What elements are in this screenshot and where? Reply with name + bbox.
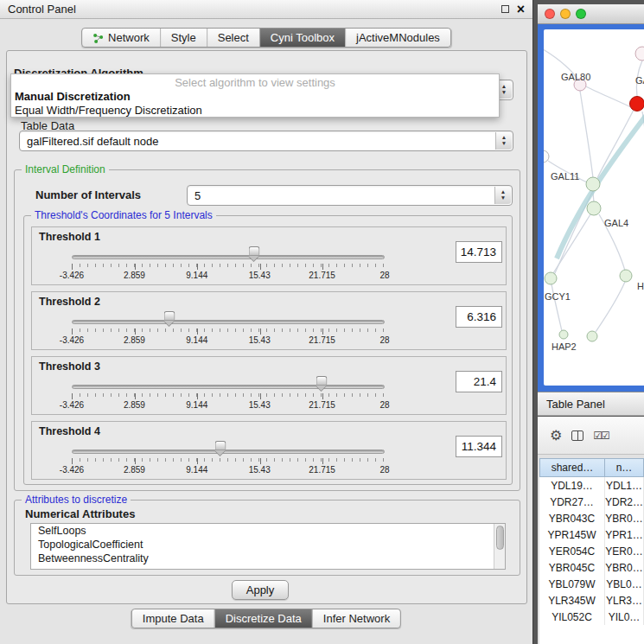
interval-definition-title: Interval Definition xyxy=(22,163,109,175)
table-data-combobox[interactable]: galFiltered.sif default node ▲▼ xyxy=(19,131,513,151)
slider-ticks xyxy=(72,458,385,464)
dropdown-option-equal-width[interactable]: Equal Width/Frequency Discretization xyxy=(11,104,499,118)
tab-label: Infer Network xyxy=(323,612,390,625)
table-panel-titlebar: Table Panel xyxy=(538,392,644,416)
list-item[interactable]: SelfLoops xyxy=(31,524,505,538)
threshold-1-panel: Threshold 1 -3.426 2.859 9.144 15.43 21.… xyxy=(31,226,507,285)
node-gal4[interactable] xyxy=(587,201,601,215)
tab-impute-data[interactable]: Impute Data xyxy=(132,609,214,628)
threshold-value-input[interactable]: 11.344 xyxy=(456,436,502,457)
table-header: shared… n… xyxy=(539,458,644,477)
select-all-checkboxes-icon[interactable]: ☑☑ xyxy=(593,430,609,441)
attributes-group: Attributes to discretize Numerical Attri… xyxy=(14,500,520,576)
bottom-tab-bar: Impute Data Discretize Data Infer Networ… xyxy=(131,609,401,628)
column-header-name[interactable]: n… xyxy=(605,458,644,477)
column-header-shared-name[interactable]: shared… xyxy=(539,458,605,477)
columns-icon[interactable] xyxy=(571,430,583,441)
threshold-label: Threshold 1 xyxy=(39,231,100,243)
network-icon xyxy=(92,33,104,43)
highlighted-edge[interactable] xyxy=(557,116,644,258)
threshold-3-panel: Threshold 3 -3.426 2.859 9.144 15.43 21.… xyxy=(31,356,507,415)
network-canvas[interactable]: GAL80 GA GAL11 GAL4 GCY1 H HAP2 xyxy=(544,29,644,386)
tab-jactivemodules[interactable]: jActiveMNodules xyxy=(345,29,450,47)
network-view-window: GAL80 GA GAL11 GAL4 GCY1 H HAP2 xyxy=(538,4,644,392)
node-label: GCY1 xyxy=(545,291,571,302)
tab-network[interactable]: Network xyxy=(82,29,160,47)
cyni-toolbox-panel: Discretization Algorithm ▲▼ Select algor… xyxy=(6,50,527,604)
node-label: H xyxy=(637,281,644,291)
tab-select[interactable]: Select xyxy=(207,29,259,47)
tab-label: Discretize Data xyxy=(226,612,302,625)
zoom-traffic-icon[interactable] xyxy=(576,9,586,19)
tab-label: Select xyxy=(218,31,249,44)
table-row[interactable]: YLR345WYLR3… xyxy=(539,592,644,609)
slider-thumb[interactable] xyxy=(164,311,175,320)
scrollbar-thumb[interactable] xyxy=(496,526,504,550)
tab-label: Network xyxy=(108,31,150,44)
threshold-3-slider[interactable]: -3.426 2.859 9.144 15.43 21.715 28 xyxy=(72,373,388,412)
node[interactable] xyxy=(620,270,632,282)
table-row[interactable]: YPR145WYPR1… xyxy=(539,526,644,543)
threshold-4-slider[interactable]: -3.426 2.859 9.144 15.43 21.715 28 xyxy=(72,437,388,477)
combo-stepper-icon[interactable]: ▲▼ xyxy=(494,187,511,204)
threshold-value-input[interactable]: 21.4 xyxy=(456,371,502,392)
tab-style[interactable]: Style xyxy=(160,29,207,47)
slider-ticks xyxy=(72,328,385,335)
table-row[interactable]: YER054CYER0… xyxy=(539,543,644,559)
top-tab-bar: Network Style Select Cyni Toolbox jActiv… xyxy=(81,28,451,48)
dropdown-option-manual-discretization[interactable]: Manual Discretization xyxy=(11,90,499,104)
close-traffic-icon[interactable] xyxy=(545,9,555,19)
slider-track[interactable] xyxy=(72,450,385,454)
slider-thumb[interactable] xyxy=(215,441,226,450)
table-row[interactable]: YDL19…YDL1… xyxy=(539,477,644,494)
slider-scale: -3.426 2.859 9.144 15.43 21.715 28 xyxy=(72,465,385,475)
slider-thumb[interactable] xyxy=(316,376,328,385)
float-window-icon[interactable] xyxy=(501,5,509,13)
threshold-label: Threshold 3 xyxy=(39,360,100,373)
table-row[interactable]: YBR045CYBR0… xyxy=(539,559,644,576)
table-toolbar: ⚙ ☑☑ xyxy=(538,417,644,455)
control-panel: Control Panel × Network Style Select Cyn… xyxy=(0,0,533,644)
attributes-list[interactable]: SelfLoops TopologicalCoefficient Between… xyxy=(30,523,506,570)
list-item[interactable]: TopologicalCoefficient xyxy=(31,538,505,552)
threshold-label: Threshold 4 xyxy=(39,425,100,437)
close-icon[interactable]: × xyxy=(517,4,525,15)
numerical-attributes-label: Numerical Attributes xyxy=(25,507,135,520)
table-row[interactable]: YBL079WYBL0… xyxy=(539,576,644,592)
list-item[interactable]: BetweennessCentrality xyxy=(31,552,505,565)
node[interactable] xyxy=(587,331,597,341)
node[interactable] xyxy=(635,47,644,61)
list-scrollbar[interactable] xyxy=(494,524,505,569)
table-row[interactable]: YIL052CYIL0… xyxy=(539,609,644,625)
table-panel: ⚙ ☑☑ shared… n… YDL19…YDL1… YDR27…YDR2… … xyxy=(538,417,644,644)
slider-scale: -3.426 2.859 9.144 15.43 21.715 28 xyxy=(72,271,385,281)
tab-label: jActiveMNodules xyxy=(356,31,440,44)
tab-cyni-toolbox[interactable]: Cyni Toolbox xyxy=(259,29,345,47)
table-row[interactable]: YDR27…YDR2… xyxy=(539,494,644,510)
threshold-value-input[interactable]: 6.316 xyxy=(456,306,502,328)
attributes-group-title: Attributes to discretize xyxy=(22,494,131,506)
number-of-intervals-combobox[interactable]: 5 ▲▼ xyxy=(187,185,513,206)
node-gcy1[interactable] xyxy=(545,272,557,284)
node-gal11[interactable] xyxy=(586,177,600,191)
minimize-traffic-icon[interactable] xyxy=(560,9,571,19)
slider-ticks xyxy=(72,264,385,270)
node-selected-red[interactable] xyxy=(630,97,644,112)
table-row[interactable]: YBR043CYBR0… xyxy=(539,510,644,526)
thresholds-group: Threshold's Coordinates for 5 Intervals … xyxy=(23,215,513,485)
combo-stepper-icon[interactable]: ▲▼ xyxy=(495,132,512,150)
threshold-1-slider[interactable]: -3.426 2.859 9.144 15.43 21.715 28 xyxy=(72,243,388,283)
slider-track[interactable] xyxy=(72,255,385,259)
tab-label: Style xyxy=(171,31,196,44)
slider-track[interactable] xyxy=(72,385,385,389)
threshold-value-input[interactable]: 14.713 xyxy=(456,241,502,263)
node-hap2[interactable] xyxy=(559,330,568,339)
gear-icon[interactable]: ⚙ xyxy=(550,429,562,443)
slider-track[interactable] xyxy=(72,320,385,324)
apply-button[interactable]: Apply xyxy=(232,580,289,600)
slider-thumb[interactable] xyxy=(249,246,260,255)
threshold-2-slider[interactable]: -3.426 2.859 9.144 15.43 21.715 28 xyxy=(72,308,388,348)
tab-infer-network[interactable]: Infer Network xyxy=(312,609,400,628)
tab-discretize-data[interactable]: Discretize Data xyxy=(214,609,312,628)
algorithm-dropdown-popup: Select algorithm to view settings Manual… xyxy=(10,73,500,118)
